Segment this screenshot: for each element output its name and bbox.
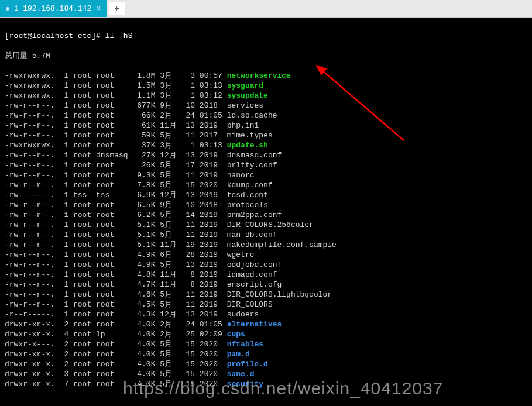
tab-active[interactable]: 1 192.168.184.142 ×: [0, 0, 107, 17]
tab-bar: 1 192.168.184.142 × +: [0, 0, 532, 18]
list-item: -rw-r--r--. 1 root root 4.9K 6月 28 2019 …: [5, 250, 527, 260]
file-name: profile.d: [227, 360, 268, 369]
file-name: services: [227, 101, 263, 110]
tab-status-dot: [6, 7, 9, 11]
file-name: man_db.conf: [227, 230, 277, 239]
file-name: wgetrc: [227, 250, 255, 259]
list-item: -rw-r--r--. 1 root root 6.2K 5月 14 2019 …: [5, 210, 527, 220]
tab-index: 1: [14, 5, 18, 13]
file-name: sysguard: [227, 81, 263, 90]
file-name: update.sh: [227, 141, 268, 150]
file-name: DIR_COLORS.lightbgcolor: [227, 290, 332, 299]
file-name: idmapd.conf: [227, 270, 277, 279]
close-icon[interactable]: ×: [96, 4, 101, 13]
list-item: drwxr-xr-x. 7 root root 4.0K 5月 15 2020 …: [5, 379, 527, 389]
file-name: sane.d: [227, 370, 255, 379]
file-name: sysupdate: [227, 91, 268, 100]
list-item: -rw-r--r--. 1 root root 4.8K 11月 8 2019 …: [5, 270, 527, 280]
list-item: -r--r-----. 1 root root 4.3K 12月 13 2019…: [5, 309, 527, 319]
file-name: alternatives: [227, 320, 282, 329]
list-item: -rw-r--r--. 1 root root 26K 5月 17 2019 b…: [5, 160, 527, 170]
list-item: -rw-r--r--. 1 root root 4.7K 11月 8 2019 …: [5, 280, 527, 290]
plus-icon: +: [114, 4, 119, 13]
list-item: drwxr-xr-x. 3 root root 4.0K 5月 15 2020 …: [5, 369, 527, 379]
list-item: -rw-r--r--. 1 root root 7.8K 5月 15 2020 …: [5, 180, 527, 190]
list-item: -rw-r--r--. 1 root root 59K 5月 11 2017 m…: [5, 130, 527, 140]
list-item: -rw-r--r--. 1 root root 677K 9月 10 2018 …: [5, 101, 527, 111]
file-name: brltty.conf: [227, 161, 277, 170]
file-name: networkservice: [227, 71, 291, 80]
file-listing: -rwxrwxrwx. 1 root root 1.8M 3月 3 00:57 …: [5, 71, 527, 389]
file-name: protocols: [227, 201, 268, 209]
list-item: -rwxrwxrwx. 1 root root 1.5M 3月 1 03:13 …: [5, 81, 527, 91]
list-item: -rw-------. 1 tss tss 6.9K 12月 13 2019 t…: [5, 190, 527, 200]
list-item: -rw-r--r--. 1 root root 4.9K 5月 13 2019 …: [5, 260, 527, 270]
list-item: -rwxrwxrwx. 1 root root 1.1M 3月 1 03:12 …: [5, 91, 527, 101]
prompt-command: ll -hS: [105, 32, 133, 40]
list-item: drwxr-xr-x. 2 root root 4.0K 5月 15 2020 …: [5, 349, 527, 359]
file-name: makedumpfile.conf.sample: [227, 240, 337, 249]
tab-label: 192.168.184.142: [23, 4, 91, 13]
list-item: -rw-r--r--. 1 root root 5.1K 5月 11 2019 …: [5, 220, 527, 230]
list-item: -rwxrwxrwx. 1 root root 1.8M 3月 3 00:57 …: [5, 71, 527, 81]
file-name: security: [227, 380, 263, 388]
file-name: DIR_COLORS: [227, 300, 273, 309]
file-name: dnsmasq.conf: [227, 151, 282, 160]
terminal[interactable]: [root@localhost etc]# ll -hS 总用量 5.7M -r…: [0, 18, 532, 406]
list-item: drwxr-x---. 2 root root 4.0K 5月 15 2020 …: [5, 339, 527, 349]
new-tab-button[interactable]: +: [109, 2, 125, 15]
list-item: -rw-r--r--. 1 root dnsmasq 27K 12月 13 20…: [5, 150, 527, 160]
list-item: -rw-r--r--. 1 root root 4.5K 5月 11 2019 …: [5, 300, 527, 309]
file-name: pam.d: [227, 350, 250, 359]
file-name: php.ini: [227, 121, 259, 130]
file-name: sudoers: [227, 310, 259, 319]
list-item: -rw-r--r--. 1 root root 66K 2月 24 01:05 …: [5, 111, 527, 121]
list-item: -rw-r--r--. 1 root root 5.1K 11月 19 2019…: [5, 240, 527, 250]
file-name: kdump.conf: [227, 181, 273, 190]
file-name: oddjobd.conf: [227, 260, 282, 269]
list-item: -rw-r--r--. 1 root root 5.1K 5月 11 2019 …: [5, 230, 527, 240]
file-name: DIR_COLORS.256color: [227, 221, 314, 229]
list-item: drwxr-xr-x. 4 root lp 4.0K 2月 25 02:09 c…: [5, 329, 527, 339]
total-line: 总用量 5.7M: [5, 51, 527, 61]
file-name: pnm2ppa.conf: [227, 211, 282, 219]
prompt-line: [root@localhost etc]# ll -hS: [5, 31, 527, 41]
file-name: ld.so.cache: [227, 111, 277, 120]
file-name: cups: [227, 330, 245, 339]
list-item: -rwxrwxrwx. 1 root root 37K 3月 1 03:13 u…: [5, 140, 527, 150]
list-item: -rw-r--r--. 1 root root 61K 11月 13 2019 …: [5, 121, 527, 130]
file-name: nftables: [227, 340, 263, 349]
list-item: drwxr-xr-x. 2 root root 4.0K 5月 15 2020 …: [5, 359, 527, 369]
file-name: mime.types: [227, 131, 273, 140]
file-name: nanorc: [227, 171, 255, 180]
file-name: enscript.cfg: [227, 280, 282, 289]
file-name: tcsd.conf: [227, 191, 268, 199]
prompt-user-host: [root@localhost etc]#: [5, 32, 101, 40]
list-item: drwxr-xr-x. 2 root root 4.0K 2月 24 01:05…: [5, 319, 527, 329]
list-item: -rw-r--r--. 1 root root 6.5K 9月 10 2018 …: [5, 200, 527, 210]
list-item: -rw-r--r--. 1 root root 4.6K 5月 11 2019 …: [5, 290, 527, 300]
list-item: -rw-r--r--. 1 root root 9.3K 5月 11 2019 …: [5, 170, 527, 180]
